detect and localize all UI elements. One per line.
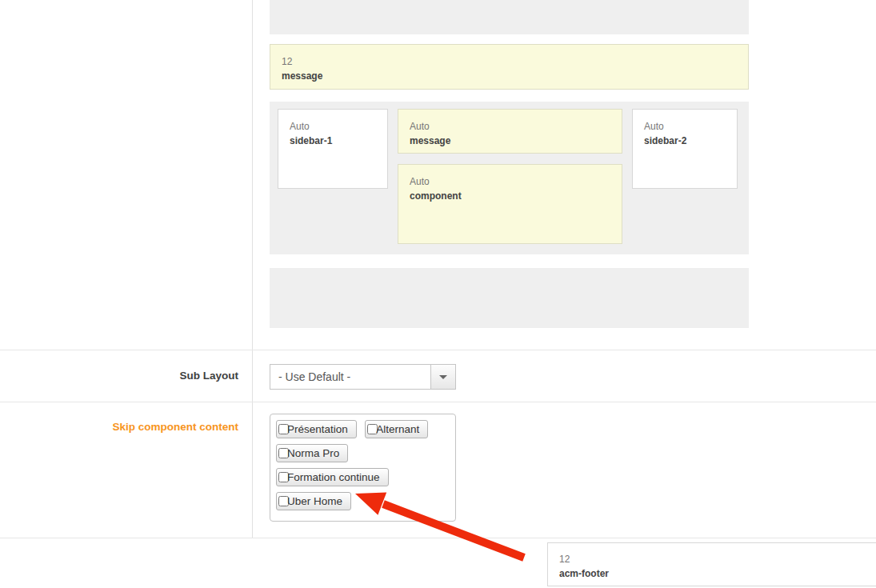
option-label: Alternant bbox=[376, 423, 419, 435]
option-label: Formation continue bbox=[287, 471, 380, 483]
layout-block-message-row: 12 message bbox=[270, 44, 749, 90]
block-name: acm-footer bbox=[559, 566, 876, 581]
skip-component-content-label: Skip component content bbox=[0, 421, 238, 433]
template-layout-settings-panel: uber-home 12 message Auto sidebar-1 Auto… bbox=[0, 0, 876, 588]
layout-row-header: uber-home bbox=[270, 0, 749, 34]
row-divider bbox=[0, 402, 876, 402]
row-divider bbox=[0, 538, 876, 538]
dropdown-toggle-button[interactable] bbox=[430, 365, 455, 389]
block-size: Auto bbox=[644, 120, 726, 134]
layout-block-component: Auto component bbox=[398, 164, 622, 244]
block-name: message bbox=[282, 69, 737, 83]
option-presentation[interactable]: Présentation bbox=[276, 420, 357, 438]
option-uber-home[interactable]: Uber Home bbox=[276, 492, 351, 510]
block-size: Auto bbox=[290, 120, 376, 134]
layout-block-acm-footer: 12 acm-footer bbox=[547, 542, 876, 586]
layout-block-sidebar-2: Auto sidebar-2 bbox=[632, 109, 738, 189]
row-divider bbox=[0, 350, 876, 350]
option-alternant[interactable]: Alternant bbox=[365, 420, 428, 438]
option-label: Uber Home bbox=[287, 495, 342, 507]
option-norma-pro[interactable]: Norma Pro bbox=[276, 444, 348, 462]
sub-layout-selected-value: - Use Default - bbox=[278, 365, 350, 389]
chevron-down-icon bbox=[439, 375, 447, 379]
block-name: sidebar-2 bbox=[644, 134, 726, 148]
block-name: sidebar-1 bbox=[290, 134, 376, 148]
block-size: 12 bbox=[282, 55, 737, 69]
skip-component-content-group: Présentation Alternant Norma Pro Formati… bbox=[270, 414, 456, 522]
block-name: message bbox=[410, 134, 610, 148]
option-formation-continue[interactable]: Formation continue bbox=[276, 468, 389, 486]
block-size: Auto bbox=[410, 175, 610, 189]
option-label: Norma Pro bbox=[287, 447, 339, 459]
block-size: 12 bbox=[559, 553, 876, 566]
sub-layout-select[interactable]: - Use Default - bbox=[270, 364, 456, 390]
sub-layout-label: Sub Layout bbox=[0, 370, 238, 382]
block-size: Auto bbox=[410, 120, 610, 134]
layout-row-footer: 12 acm-footer bbox=[270, 268, 749, 328]
layout-block-message: Auto message bbox=[398, 109, 622, 154]
block-name: component bbox=[410, 189, 610, 203]
label-column-divider bbox=[252, 0, 253, 538]
option-label: Présentation bbox=[287, 423, 348, 435]
layout-block-sidebar-1: Auto sidebar-1 bbox=[278, 109, 388, 189]
